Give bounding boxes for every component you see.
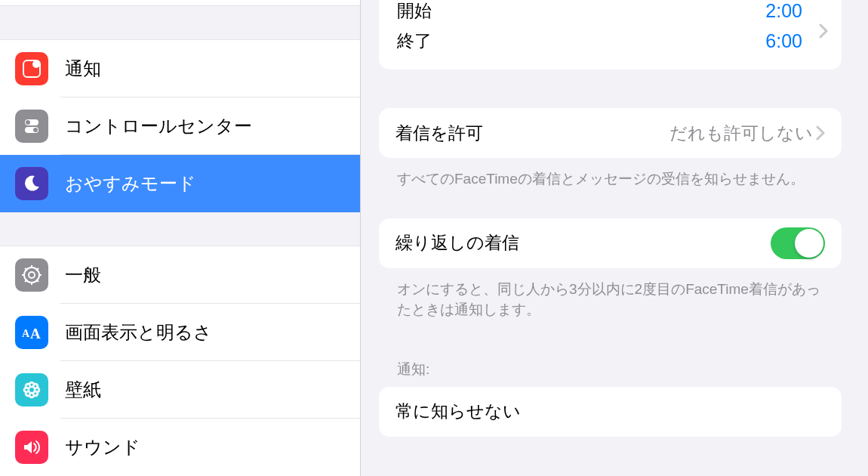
moon-icon [15,167,48,200]
settings-sidebar: 通知 コントロールセンター おやすみモード [0,0,361,476]
schedule-end-value: 6:00 [765,30,802,52]
schedule-start-label: 開始 [397,0,432,23]
schedule-start-value: 2:00 [765,0,802,22]
repeat-calls-row: 繰り返しの着信 [379,218,842,268]
schedule-start-row: 開始 2:00 [379,0,842,26]
sidebar-item-display-brightness[interactable]: AA 画面表示と明るさ [0,304,360,361]
sidebar-item-wallpaper[interactable]: 壁紙 [0,361,360,419]
allow-calls-card: 着信を許可 だれも許可しない [379,108,842,158]
notifications-icon [15,52,48,85]
svg-point-5 [33,128,38,132]
svg-text:A: A [30,326,41,342]
display-icon: AA [15,316,48,349]
sidebar-item-label: コントロールセンター [65,114,252,138]
chevron-right-icon [816,125,825,141]
notify-header: 通知: [379,360,842,387]
svg-text:A: A [22,328,30,339]
svg-point-7 [29,272,35,278]
sidebar-item-label: 通知 [65,57,101,81]
schedule-end-row: 終了 6:00 [379,26,842,56]
sidebar-item-label: おやすみモード [65,172,196,196]
gear-icon [15,258,48,292]
repeat-calls-card: 繰り返しの着信 [379,218,842,268]
svg-point-3 [26,120,30,125]
allow-calls-label: 着信を許可 [396,122,483,145]
repeat-calls-footer: オンにすると、同じ人から3分以内に2度目のFaceTime着信があったときは通知… [379,268,842,320]
sidebar-group-2: 一般 AA 画面表示と明るさ 壁紙 サウン [0,246,360,476]
sidebar-item-general[interactable]: 一般 [0,246,360,304]
schedule-card[interactable]: 開始 2:00 終了 6:00 [379,0,842,70]
sidebar-item-sound[interactable]: サウンド [0,419,360,476]
always-block-row[interactable]: 常に知らせない [379,387,842,437]
svg-point-1 [32,60,40,68]
sidebar-item-control-center[interactable]: コントロールセンター [0,97,360,155]
wallpaper-icon [15,373,48,406]
sidebar-item-notifications[interactable]: 通知 [0,40,360,97]
sidebar-item-label: 一般 [65,263,101,287]
repeat-calls-label: 繰り返しの着信 [396,231,519,255]
sidebar-item-label: 壁紙 [65,378,101,402]
chevron-right-icon [819,23,828,39]
notify-card: 常に知らせない [379,387,842,437]
detail-pane: 開始 2:00 終了 6:00 着信を許可 だれも許可しない [361,0,868,476]
schedule-end-label: 終了 [397,29,432,53]
sidebar-item-label: 画面表示と明るさ [65,320,212,345]
svg-point-18 [25,383,38,397]
sidebar-item-do-not-disturb[interactable]: おやすみモード [0,155,360,212]
repeat-calls-toggle[interactable] [771,227,825,259]
allow-calls-footer: すべてのFaceTimeの着信とメッセージの受信を知らせません。 [379,158,842,190]
sound-icon [15,431,48,464]
allow-calls-value: だれも許可しない [669,122,813,145]
always-block-label: 常に知らせない [396,400,521,423]
sidebar-group-1: 通知 コントロールセンター おやすみモード [0,39,360,212]
allow-calls-row[interactable]: 着信を許可 だれも許可しない [379,108,842,158]
control-center-icon [15,110,48,143]
sidebar-item-label: サウンド [65,435,140,459]
